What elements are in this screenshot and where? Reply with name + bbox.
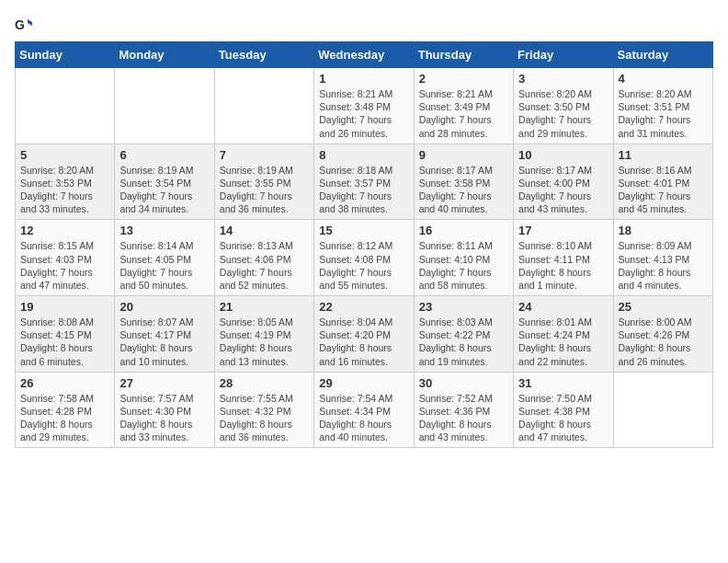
day-number: 4 bbox=[619, 72, 708, 86]
day-number: 15 bbox=[319, 224, 408, 237]
calendar-cell: 17Sunrise: 8:10 AM Sunset: 4:11 PM Dayli… bbox=[514, 220, 613, 296]
day-info: Sunrise: 8:12 AM Sunset: 4:08 PM Dayligh… bbox=[319, 239, 408, 292]
header-thursday: Thursday bbox=[414, 42, 513, 68]
day-info: Sunrise: 8:01 AM Sunset: 4:24 PM Dayligh… bbox=[518, 316, 608, 368]
calendar-cell: 14Sunrise: 8:13 AM Sunset: 4:06 PM Dayli… bbox=[214, 220, 313, 296]
calendar-cell: 8Sunrise: 8:18 AM Sunset: 3:57 PM Daylig… bbox=[314, 144, 414, 220]
day-number: 22 bbox=[319, 300, 408, 314]
calendar-cell: 9Sunrise: 8:17 AM Sunset: 3:58 PM Daylig… bbox=[414, 144, 513, 220]
page-header: G bbox=[15, 15, 713, 34]
day-info: Sunrise: 8:11 AM Sunset: 4:10 PM Dayligh… bbox=[419, 239, 508, 292]
calendar-cell: 20Sunrise: 8:07 AM Sunset: 4:17 PM Dayli… bbox=[115, 296, 214, 373]
day-number: 16 bbox=[419, 224, 508, 237]
day-number: 19 bbox=[20, 300, 109, 314]
day-info: Sunrise: 8:18 AM Sunset: 3:57 PM Dayligh… bbox=[319, 164, 408, 216]
week-row-1: 5Sunrise: 8:20 AM Sunset: 3:53 PM Daylig… bbox=[16, 144, 713, 220]
calendar-cell: 29Sunrise: 7:54 AM Sunset: 4:34 PM Dayli… bbox=[314, 372, 414, 448]
calendar-cell: 5Sunrise: 8:20 AM Sunset: 3:53 PM Daylig… bbox=[16, 144, 115, 220]
calendar-cell: 16Sunrise: 8:11 AM Sunset: 4:10 PM Dayli… bbox=[414, 220, 513, 296]
calendar-cell: 22Sunrise: 8:04 AM Sunset: 4:20 PM Dayli… bbox=[314, 296, 414, 373]
day-info: Sunrise: 8:15 AM Sunset: 4:03 PM Dayligh… bbox=[20, 239, 109, 292]
day-info: Sunrise: 8:19 AM Sunset: 3:54 PM Dayligh… bbox=[119, 164, 209, 216]
day-number: 30 bbox=[419, 376, 508, 390]
day-number: 12 bbox=[20, 224, 109, 237]
calendar-cell: 6Sunrise: 8:19 AM Sunset: 3:54 PM Daylig… bbox=[115, 144, 214, 220]
calendar-cell: 26Sunrise: 7:58 AM Sunset: 4:28 PM Dayli… bbox=[16, 372, 115, 448]
calendar-cell: 27Sunrise: 7:57 AM Sunset: 4:30 PM Dayli… bbox=[115, 372, 214, 448]
day-number: 23 bbox=[419, 300, 508, 314]
calendar-cell: 10Sunrise: 8:17 AM Sunset: 4:00 PM Dayli… bbox=[514, 144, 613, 220]
day-number: 13 bbox=[119, 224, 209, 237]
header-row: SundayMondayTuesdayWednesdayThursdayFrid… bbox=[16, 42, 713, 68]
calendar-cell: 30Sunrise: 7:52 AM Sunset: 4:36 PM Dayli… bbox=[414, 372, 513, 448]
calendar-cell: 18Sunrise: 8:09 AM Sunset: 4:13 PM Dayli… bbox=[613, 220, 712, 296]
day-info: Sunrise: 8:16 AM Sunset: 4:01 PM Dayligh… bbox=[619, 164, 708, 216]
day-number: 25 bbox=[619, 300, 708, 314]
week-row-2: 12Sunrise: 8:15 AM Sunset: 4:03 PM Dayli… bbox=[16, 220, 713, 296]
logo-icon: G bbox=[15, 16, 33, 34]
day-number: 26 bbox=[20, 376, 109, 390]
day-info: Sunrise: 8:20 AM Sunset: 3:50 PM Dayligh… bbox=[518, 87, 608, 140]
day-info: Sunrise: 7:58 AM Sunset: 4:28 PM Dayligh… bbox=[20, 392, 109, 444]
day-info: Sunrise: 8:13 AM Sunset: 4:06 PM Dayligh… bbox=[220, 239, 309, 292]
calendar-cell: 11Sunrise: 8:16 AM Sunset: 4:01 PM Dayli… bbox=[613, 144, 712, 220]
day-number: 28 bbox=[220, 376, 309, 390]
day-number: 9 bbox=[419, 148, 508, 162]
day-info: Sunrise: 7:55 AM Sunset: 4:32 PM Dayligh… bbox=[220, 392, 309, 444]
header-friday: Friday bbox=[514, 42, 613, 68]
day-number: 6 bbox=[119, 148, 209, 162]
day-info: Sunrise: 7:50 AM Sunset: 4:38 PM Dayligh… bbox=[518, 392, 608, 444]
calendar-cell: 19Sunrise: 8:08 AM Sunset: 4:15 PM Dayli… bbox=[16, 296, 115, 373]
day-number: 1 bbox=[319, 72, 408, 86]
calendar-cell: 13Sunrise: 8:14 AM Sunset: 4:05 PM Dayli… bbox=[115, 220, 214, 296]
day-info: Sunrise: 7:57 AM Sunset: 4:30 PM Dayligh… bbox=[119, 392, 209, 444]
day-number: 3 bbox=[518, 72, 608, 86]
header-saturday: Saturday bbox=[613, 42, 712, 68]
calendar-cell: 25Sunrise: 8:00 AM Sunset: 4:26 PM Dayli… bbox=[613, 296, 712, 373]
day-info: Sunrise: 8:09 AM Sunset: 4:13 PM Dayligh… bbox=[619, 239, 708, 292]
day-number: 14 bbox=[220, 224, 309, 237]
week-row-0: 1Sunrise: 8:21 AM Sunset: 3:48 PM Daylig… bbox=[16, 68, 713, 144]
day-info: Sunrise: 8:05 AM Sunset: 4:19 PM Dayligh… bbox=[220, 316, 309, 368]
day-number: 7 bbox=[220, 148, 309, 162]
calendar-table: SundayMondayTuesdayWednesdayThursdayFrid… bbox=[15, 41, 713, 448]
day-number: 18 bbox=[619, 224, 708, 237]
calendar-cell bbox=[214, 68, 313, 144]
day-info: Sunrise: 8:17 AM Sunset: 3:58 PM Dayligh… bbox=[419, 164, 508, 216]
day-number: 17 bbox=[518, 224, 608, 237]
day-info: Sunrise: 8:21 AM Sunset: 3:48 PM Dayligh… bbox=[319, 87, 408, 140]
day-number: 31 bbox=[518, 376, 608, 390]
calendar-cell: 23Sunrise: 8:03 AM Sunset: 4:22 PM Dayli… bbox=[414, 296, 513, 373]
header-sunday: Sunday bbox=[16, 42, 115, 68]
day-number: 2 bbox=[419, 72, 508, 86]
day-info: Sunrise: 8:21 AM Sunset: 3:49 PM Dayligh… bbox=[419, 87, 508, 140]
week-row-4: 26Sunrise: 7:58 AM Sunset: 4:28 PM Dayli… bbox=[16, 372, 713, 448]
svg-marker-1 bbox=[28, 19, 32, 26]
day-info: Sunrise: 8:17 AM Sunset: 4:00 PM Dayligh… bbox=[518, 164, 608, 216]
calendar-cell: 3Sunrise: 8:20 AM Sunset: 3:50 PM Daylig… bbox=[514, 68, 613, 144]
calendar-cell: 15Sunrise: 8:12 AM Sunset: 4:08 PM Dayli… bbox=[314, 220, 414, 296]
day-info: Sunrise: 8:10 AM Sunset: 4:11 PM Dayligh… bbox=[518, 239, 608, 292]
day-info: Sunrise: 8:04 AM Sunset: 4:20 PM Dayligh… bbox=[319, 316, 408, 368]
day-number: 21 bbox=[220, 300, 309, 314]
logo: G bbox=[15, 15, 37, 34]
calendar-cell bbox=[613, 372, 712, 448]
day-info: Sunrise: 7:54 AM Sunset: 4:34 PM Dayligh… bbox=[319, 392, 408, 444]
calendar-cell: 31Sunrise: 7:50 AM Sunset: 4:38 PM Dayli… bbox=[514, 372, 613, 448]
day-info: Sunrise: 8:14 AM Sunset: 4:05 PM Dayligh… bbox=[119, 239, 209, 292]
calendar-cell: 12Sunrise: 8:15 AM Sunset: 4:03 PM Dayli… bbox=[16, 220, 115, 296]
day-info: Sunrise: 8:20 AM Sunset: 3:51 PM Dayligh… bbox=[619, 87, 708, 140]
day-number: 27 bbox=[119, 376, 209, 390]
calendar-cell: 28Sunrise: 7:55 AM Sunset: 4:32 PM Dayli… bbox=[214, 372, 313, 448]
day-number: 5 bbox=[20, 148, 109, 162]
day-number: 24 bbox=[518, 300, 608, 314]
calendar-cell: 4Sunrise: 8:20 AM Sunset: 3:51 PM Daylig… bbox=[613, 68, 712, 144]
day-info: Sunrise: 8:00 AM Sunset: 4:26 PM Dayligh… bbox=[619, 316, 708, 368]
day-number: 10 bbox=[518, 148, 608, 162]
day-number: 8 bbox=[319, 148, 408, 162]
header-monday: Monday bbox=[115, 42, 214, 68]
day-info: Sunrise: 8:08 AM Sunset: 4:15 PM Dayligh… bbox=[20, 316, 109, 368]
calendar-cell: 1Sunrise: 8:21 AM Sunset: 3:48 PM Daylig… bbox=[314, 68, 414, 144]
calendar-cell: 2Sunrise: 8:21 AM Sunset: 3:49 PM Daylig… bbox=[414, 68, 513, 144]
calendar-cell: 7Sunrise: 8:19 AM Sunset: 3:55 PM Daylig… bbox=[214, 144, 313, 220]
